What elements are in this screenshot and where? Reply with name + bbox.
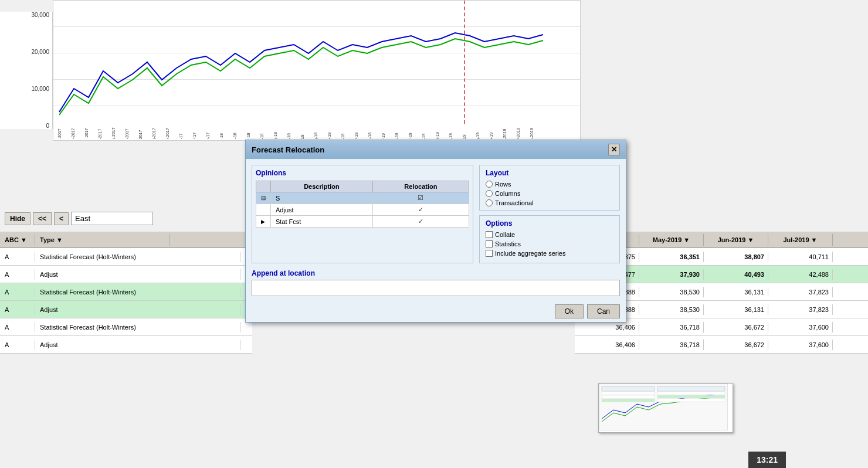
dialog-buttons: Ok Can — [246, 301, 626, 322]
svg-rect-3 — [602, 395, 655, 398]
th-relocation: Relocation — [372, 181, 469, 192]
row-relocation: ✓ — [372, 204, 469, 216]
radio-columns[interactable]: Columns — [486, 190, 613, 197]
row-icon: ⊟ — [256, 192, 271, 204]
forecast-relocation-dialog: Forecast Relocation ✕ Opinions Descripti… — [245, 140, 626, 323]
modal-overlay: Forecast Relocation ✕ Opinions Descripti… — [0, 0, 868, 468]
row-icon — [256, 204, 271, 216]
svg-rect-4 — [602, 399, 655, 402]
svg-rect-8 — [657, 399, 725, 402]
radio-dot-columns — [486, 190, 493, 197]
radio-columns-label: Columns — [495, 190, 520, 197]
layout-section: Layout Rows Columns Transactional — [479, 165, 620, 211]
taskbar-clock: 13:21 — [748, 452, 786, 468]
row-relocation: ☑ — [372, 192, 469, 204]
layout-title: Layout — [486, 169, 613, 177]
checkbox-statistics-label: Statistics — [495, 240, 521, 247]
svg-rect-5 — [657, 386, 725, 391]
checkbox-box-statistics — [486, 240, 493, 247]
checkbox-aggregate[interactable]: Include aggregate series — [486, 250, 613, 257]
th-icon — [256, 181, 271, 192]
row-desc: Adjust — [271, 204, 373, 216]
opinions-row[interactable]: Adjust ✓ — [256, 204, 469, 216]
checkbox-collate-label: Collate — [495, 231, 515, 238]
radio-dot-rows — [486, 181, 493, 188]
svg-rect-7 — [657, 395, 725, 398]
checkbox-statistics[interactable]: Statistics — [486, 240, 613, 247]
radio-dot-transactional — [486, 199, 493, 206]
opinions-row[interactable]: ⊟ S ☑ — [256, 192, 469, 204]
checkbox-collate[interactable]: Collate — [486, 231, 613, 238]
options-title: Options — [486, 219, 613, 228]
row-relocation: ✓ — [372, 216, 469, 228]
append-input[interactable] — [252, 280, 620, 296]
row-desc: S — [271, 192, 373, 204]
dialog-title-bar: Forecast Relocation ✕ — [246, 140, 626, 159]
checkbox-aggregate-label: Include aggregate series — [495, 250, 565, 257]
checkbox-box-collate — [486, 231, 493, 238]
opinions-panel: Opinions Description Relocation ⊟ S — [252, 165, 473, 263]
cancel-button[interactable]: Can — [587, 304, 620, 318]
ok-button[interactable]: Ok — [555, 304, 584, 318]
dialog-close-button[interactable]: ✕ — [608, 144, 620, 155]
row-icon: ▶ — [256, 216, 271, 228]
radio-transactional[interactable]: Transactional — [486, 199, 613, 206]
th-description: Description — [271, 181, 373, 192]
layout-radio-group: Rows Columns Transactional — [486, 181, 613, 206]
checkbox-box-aggregate — [486, 250, 493, 257]
svg-rect-2 — [602, 392, 655, 395]
opinions-table: Description Relocation ⊟ S ☑ Adjust — [256, 181, 469, 228]
append-section: Append at location — [246, 269, 626, 301]
svg-rect-6 — [657, 392, 725, 395]
append-label: Append at location — [252, 269, 620, 277]
dialog-body: Opinions Description Relocation ⊟ S — [246, 159, 626, 269]
thumbnail-preview — [598, 383, 733, 433]
radio-transactional-label: Transactional — [495, 199, 534, 206]
dialog-title: Forecast Relocation — [252, 145, 324, 154]
radio-rows[interactable]: Rows — [486, 181, 613, 188]
svg-rect-1 — [602, 386, 655, 391]
opinions-row[interactable]: ▶ Stat Fcst ✓ — [256, 216, 469, 228]
row-desc: Stat Fcst — [271, 216, 373, 228]
thumbnail-svg — [599, 384, 728, 430]
opinions-panel-title: Opinions — [256, 169, 469, 177]
options-section: Options Collate Statistics Include aggre… — [479, 215, 620, 263]
layout-options-panel: Layout Rows Columns Transactional — [479, 165, 620, 263]
radio-rows-label: Rows — [495, 181, 511, 188]
